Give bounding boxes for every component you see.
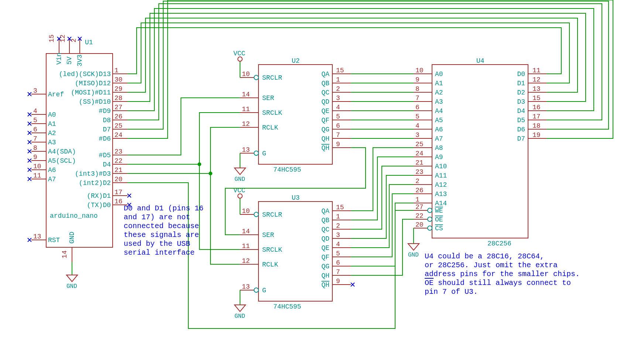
svg-text:1: 1 [415,196,419,203]
svg-text:4: 4 [415,122,419,130]
svg-text:4: 4 [336,104,340,111]
svg-text:GND: GND [234,176,245,183]
svg-text:4: 4 [336,241,340,248]
svg-text:QD: QD [321,98,329,106]
svg-text:D7: D7 [517,135,525,142]
svg-text:D4: D4 [103,161,111,168]
svg-text:QG: QG [321,263,329,270]
svg-text:Vin: Vin [55,53,63,65]
svg-text:25: 25 [114,122,123,130]
svg-text:3V3: 3V3 [76,55,83,66]
svg-text:6: 6 [336,122,340,130]
svg-text:Aref: Aref [48,91,64,98]
svg-text:connected because: connected because [124,222,199,230]
svg-text:A10: A10 [435,163,447,170]
svg-text:RCLK: RCLK [262,124,278,131]
svg-text:3: 3 [33,87,37,94]
svg-text:11: 11 [242,242,250,250]
svg-text:GND: GND [66,283,77,290]
svg-text:(int2)D2: (int2)D2 [79,179,111,187]
svg-text:D2: D2 [517,89,525,96]
svg-text:U4: U4 [476,57,484,65]
svg-text:17: 17 [532,113,541,120]
svg-text:2: 2 [415,178,419,185]
svg-text:#D6: #D6 [99,135,111,142]
svg-point-279 [198,162,201,166]
svg-text:A5(SCL): A5(SCL) [48,157,76,165]
svg-text:16: 16 [532,104,541,111]
svg-text:23: 23 [114,148,123,155]
svg-text:U4 could be a 28C16, 28C64,: U4 could be a 28C16, 28C64, [425,252,544,261]
svg-text:26: 26 [415,187,424,194]
svg-rect-193 [432,65,528,238]
svg-text:5: 5 [336,113,340,120]
svg-text:A2: A2 [48,130,56,137]
svg-text:(MISO)D12: (MISO)D12 [75,80,111,87]
component-u1: U1 arduino_nano 15 Vin 12 5V 2 3V3 3Aref… [28,34,131,290]
svg-point-280 [209,172,212,175]
svg-text:G: G [262,287,266,294]
svg-point-93 [254,75,258,80]
svg-text:30: 30 [114,76,123,83]
svg-text:74HC595: 74HC595 [273,166,301,173]
svg-text:OE should still always connect: OE should still always connect to [425,279,571,287]
svg-text:3: 3 [336,231,340,239]
svg-text:and 17) are not: and 17) are not [124,213,190,221]
svg-text:QF: QF [321,254,329,261]
svg-text:14: 14 [61,250,68,258]
svg-text:D7: D7 [103,126,111,133]
svg-text:12: 12 [59,34,66,42]
svg-text:27: 27 [114,104,123,111]
svg-text:15: 15 [336,204,344,211]
svg-text:A14: A14 [435,200,447,207]
svg-text:SRCLK: SRCLK [262,246,282,254]
svg-text:(led)(SCK)D13: (led)(SCK)D13 [59,70,111,78]
svg-text:8: 8 [415,85,419,93]
svg-text:D1: D1 [517,80,525,87]
svg-text:1: 1 [336,213,340,220]
svg-text:12: 12 [242,120,250,128]
svg-text:D5: D5 [517,117,525,124]
svg-text:14: 14 [242,91,250,98]
svg-text:2: 2 [70,38,78,42]
svg-text:#D9: #D9 [99,107,111,115]
svg-text:these signals are: these signals are [124,231,199,239]
svg-text:27: 27 [415,203,424,211]
svg-text:5: 5 [336,250,340,257]
svg-text:15: 15 [48,34,55,42]
schematic-diagram: U1 arduino_nano 15 Vin 12 5V 2 3V3 3Aref… [0,0,644,344]
svg-text:QD: QD [321,235,329,242]
svg-text:D8: D8 [103,117,111,124]
svg-text:20: 20 [114,176,123,183]
svg-text:(SS)#D10: (SS)#D10 [79,98,111,106]
note-d0-d1: D0 and D1 (pins 16and 17) are notconnect… [124,204,203,257]
svg-text:QH: QH [321,281,329,289]
svg-text:26: 26 [114,113,123,120]
svg-text:D3: D3 [517,98,525,106]
svg-point-246 [428,217,432,221]
svg-text:74HC595: 74HC595 [273,303,301,310]
svg-text:D6: D6 [517,126,525,133]
component-u2: U2 74HC595 10SRCLR14SER11SRCLK12RCLK13G … [233,50,351,183]
svg-text:21: 21 [114,166,123,174]
svg-text:10: 10 [33,163,41,170]
svg-text:RCLK: RCLK [262,261,278,268]
svg-text:A1: A1 [435,80,443,87]
svg-text:CS: CS [435,225,443,232]
svg-text:A7: A7 [435,135,443,142]
svg-text:A8: A8 [435,144,443,152]
note-u4: U4 could be a 28C16, 28C64,or 28C256. Ju… [425,252,580,296]
svg-text:QE: QE [321,107,329,115]
svg-text:RST: RST [48,237,60,244]
svg-text:A12: A12 [435,181,447,189]
svg-text:18: 18 [532,122,541,130]
svg-text:A3: A3 [435,98,443,106]
svg-text:11: 11 [242,106,250,113]
svg-text:22: 22 [114,157,123,165]
svg-text:6: 6 [415,104,419,111]
svg-text:(RX)D1: (RX)D1 [87,192,111,200]
svg-text:U2: U2 [292,57,300,65]
svg-text:A0: A0 [435,70,443,78]
svg-text:GND: GND [408,252,419,258]
svg-text:6: 6 [336,259,340,266]
